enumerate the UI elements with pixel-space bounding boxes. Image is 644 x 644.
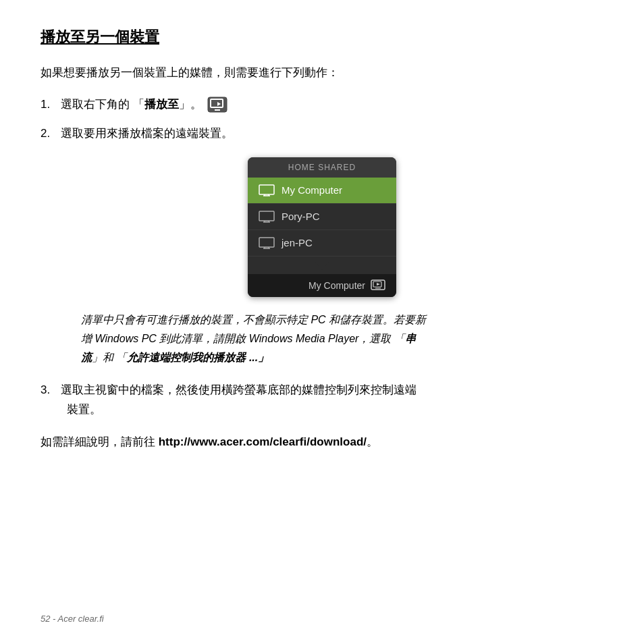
device-menu-item-jen-pc[interactable]: jen-PC: [248, 230, 396, 257]
italic-note: 清單中只會有可進行播放的裝置，不會顯示特定 PC 和儲存裝置。若要新 增 Win…: [81, 311, 563, 367]
step-1-bold: 播放至: [144, 98, 179, 111]
step-2-num: 2.: [41, 124, 61, 144]
page-footer: 52 - Acer clear.fi: [41, 614, 104, 624]
step-3-content: 選取主視窗中的檔案，然後使用橫跨螢幕底部的媒體控制列來控制遠端 裝置。: [61, 381, 603, 420]
svg-marker-18: [377, 283, 380, 286]
device-menu-header: HOME SHARED: [248, 157, 396, 178]
url-line: 如需詳細說明，請前往 http://www.acer.com/clearfi/d…: [41, 433, 603, 452]
menu-tail: [314, 261, 330, 270]
page-title: 播放至另一個裝置: [41, 27, 603, 47]
step-3: 3. 選取主視窗中的檔案，然後使用橫跨螢幕底部的媒體控制列來控制遠端 裝置。: [41, 381, 603, 420]
step-1: 1. 選取右下角的 「播放至」。: [41, 95, 603, 115]
step-2: 2. 選取要用來播放檔案的遠端裝置。: [41, 124, 603, 144]
intro-text: 如果想要播放另一個裝置上的媒體，則需要進行下列動作：: [41, 63, 603, 83]
play-to-icon: [207, 97, 227, 113]
monitor-icon-3: [259, 237, 275, 249]
url-text[interactable]: http://www.acer.com/clearfi/download/: [159, 435, 367, 448]
device-menu-label-2: Pory-PC: [281, 211, 320, 222]
svg-rect-4: [259, 185, 274, 194]
step-1-content: 選取右下角的 「播放至」。: [61, 95, 603, 115]
monitor-icon-2: [259, 211, 275, 223]
step-1-num: 1.: [41, 95, 61, 115]
monitor-icon-1: [259, 184, 275, 196]
device-menu-label-1: My Computer: [281, 184, 342, 196]
italic-bold-2: 允許遠端控制我的播放器 ...」: [127, 352, 269, 363]
svg-rect-12: [259, 238, 274, 247]
svg-rect-8: [259, 211, 274, 221]
step-3-num: 3.: [41, 381, 61, 400]
device-menu-footer-text: My Computer: [308, 280, 365, 291]
device-menu-footer: My Computer: [248, 274, 396, 297]
footer-play-to-icon: [371, 279, 385, 292]
step-2-content: 選取要用來播放檔案的遠端裝置。: [61, 124, 603, 144]
device-menu-container: HOME SHARED My Computer Pory-PC: [41, 157, 603, 297]
device-menu-item-pory-pc[interactable]: Pory-PC: [248, 204, 396, 230]
device-menu-label-3: jen-PC: [281, 237, 313, 248]
device-menu-item-my-computer[interactable]: My Computer: [248, 178, 396, 204]
device-menu: HOME SHARED My Computer Pory-PC: [248, 157, 396, 297]
